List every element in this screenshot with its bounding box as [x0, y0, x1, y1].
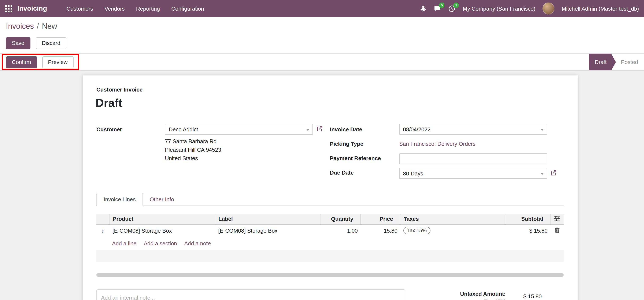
app-name[interactable]: Invoicing [17, 5, 47, 12]
label-column-header[interactable]: Label [215, 214, 320, 224]
main-menu: Customers Vendors Reporting Configuratio… [66, 5, 204, 12]
customer-value: Deco Addict [169, 126, 198, 132]
due-date-label: Due Date [330, 170, 354, 176]
add-a-section-link[interactable]: Add a section [144, 240, 177, 247]
menu-reporting[interactable]: Reporting [136, 5, 160, 12]
bug-icon[interactable] [420, 5, 427, 12]
invoice-sheet: Customer Invoice Draft Customer Deco Add… [83, 75, 578, 300]
invoice-date-value: 08/04/2022 [403, 126, 430, 132]
add-a-note-link[interactable]: Add a note [184, 240, 211, 247]
navbar-left: Invoicing Customers Vendors Reporting Co… [5, 5, 204, 12]
product-column-header[interactable]: Product [109, 214, 215, 224]
breadcrumb-separator: / [37, 22, 39, 31]
status-widget: Draft Posted [589, 54, 643, 70]
document-state-title: Draft [96, 97, 122, 110]
odoo-invoicing-app: Invoicing Customers Vendors Reporting Co… [0, 0, 644, 300]
table-header-row: Product Label Quantity Price Taxes Subto… [96, 214, 564, 224]
subtotal-column-header[interactable]: Subtotal [505, 214, 550, 224]
invoice-date-select[interactable]: 08/04/2022 [399, 124, 547, 135]
payment-reference-input[interactable] [399, 154, 547, 165]
handle-column-header [96, 214, 109, 224]
price-column-header[interactable]: Price [360, 214, 400, 224]
line-price-cell[interactable]: 15.80 [360, 224, 400, 237]
caret-down-icon [306, 129, 310, 131]
status-draft[interactable]: Draft [589, 54, 616, 70]
line-quantity-cell[interactable]: 1.00 [320, 224, 360, 237]
line-taxes-cell[interactable]: Tax 15% [400, 224, 505, 237]
preview-button[interactable]: Preview [42, 56, 74, 68]
caret-down-icon [540, 173, 544, 175]
tax-badge[interactable]: Tax 15% [404, 227, 430, 234]
statusbar: Confirm Preview Draft Posted [0, 53, 644, 71]
customer-address: 77 Santa Barbara Rd Pleasant Hill CA 945… [165, 137, 221, 163]
line-label-cell[interactable]: [E-COM08] Storage Box [215, 224, 320, 237]
add-a-line-link[interactable]: Add a line [112, 240, 136, 247]
picking-type-value[interactable]: San Francisco: Delivery Orders [399, 141, 476, 147]
delete-row-icon[interactable] [550, 224, 564, 237]
menu-vendors[interactable]: Vendors [104, 5, 124, 12]
activity-badge: 1 [454, 2, 459, 8]
save-button[interactable]: Save [6, 37, 30, 49]
activity-icon[interactable]: 1 [448, 5, 456, 12]
breadcrumb: Invoices / New [6, 22, 57, 31]
invoice-lines-table: Product Label Quantity Price Taxes Subto… [96, 214, 564, 237]
content-background: Customer Invoice Draft Customer Deco Add… [0, 71, 644, 300]
menu-customers[interactable]: Customers [66, 5, 93, 12]
line-product-cell[interactable]: [E-COM08] Storage Box [109, 224, 215, 237]
address-line-2: Pleasant Hill CA 94523 [165, 146, 221, 154]
quantity-column-header[interactable]: Quantity [320, 214, 360, 224]
due-date-value: 30 Days [403, 170, 423, 177]
confirm-button[interactable]: Confirm [6, 56, 37, 68]
payment-reference-label: Payment Reference [330, 155, 381, 162]
status-posted[interactable]: Posted [616, 54, 643, 70]
avatar[interactable] [542, 3, 554, 15]
form-action-buttons: Save Discard [6, 37, 66, 49]
document-type-label: Customer Invoice [96, 86, 142, 93]
customer-select[interactable]: Deco Addict [165, 124, 313, 135]
tab-other-info[interactable]: Other Info [143, 193, 181, 206]
drag-handle-icon[interactable]: ↕ [96, 224, 109, 237]
messages-badge: 5 [439, 3, 445, 8]
top-navbar: Invoicing Customers Vendors Reporting Co… [0, 0, 644, 17]
company-switcher[interactable]: My Company (San Francisco) [463, 5, 536, 12]
line-subtotal-cell: $ 15.80 [505, 224, 550, 237]
messages-icon[interactable]: 5 [434, 5, 441, 12]
internal-note-input[interactable] [96, 289, 405, 300]
notebook-tabs: Invoice Lines Other Info [96, 193, 564, 206]
discard-button[interactable]: Discard [36, 37, 66, 49]
untaxed-amount-label: Untaxed Amount: [417, 291, 506, 297]
optional-columns-icon[interactable] [550, 214, 564, 224]
address-line-3: United States [165, 154, 221, 163]
breadcrumb-current: New [42, 22, 57, 31]
field-column-separator [161, 124, 161, 164]
picking-type-label: Picking Type [330, 141, 363, 147]
user-menu[interactable]: Mitchell Admin (Master-test_db) [562, 5, 639, 12]
untaxed-amount-value: $ 15.80 [506, 293, 542, 299]
invoice-line-row[interactable]: ↕ [E-COM08] Storage Box [E-COM08] Storag… [96, 224, 564, 237]
tab-invoice-lines[interactable]: Invoice Lines [96, 193, 143, 206]
address-line-1: 77 Santa Barbara Rd [165, 137, 221, 146]
invoice-date-label: Invoice Date [330, 126, 362, 133]
caret-down-icon [540, 129, 544, 131]
table-add-links: Add a line Add a section Add a note [112, 240, 211, 247]
menu-configuration[interactable]: Configuration [171, 5, 204, 12]
navbar-right: 5 1 My Company (San Francisco) Mitchell … [420, 3, 639, 15]
customer-label: Customer [96, 126, 122, 133]
customer-external-link-icon[interactable] [317, 126, 323, 132]
breadcrumb-invoices[interactable]: Invoices [6, 22, 34, 31]
horizontal-scrollbar[interactable] [96, 273, 564, 277]
due-date-select[interactable]: 30 Days [399, 168, 547, 179]
empty-row-stripe [96, 250, 564, 262]
taxes-column-header[interactable]: Taxes [400, 214, 505, 224]
due-date-external-link-icon[interactable] [550, 170, 556, 176]
apps-grid-icon[interactable] [5, 5, 12, 12]
tax-total-label: Tax 15% [417, 298, 506, 300]
